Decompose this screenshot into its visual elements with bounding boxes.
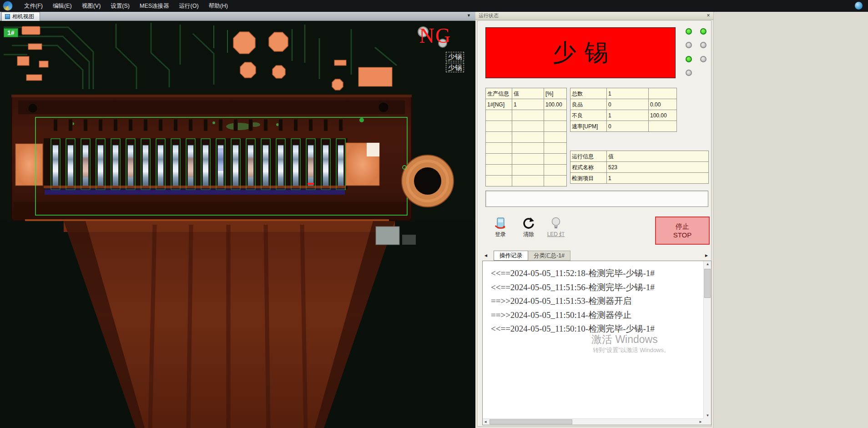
station-badge: 1# xyxy=(4,28,18,37)
scroll-up-icon[interactable]: ▲ xyxy=(704,262,712,266)
log-entry: <<==2024-05-05_11:50:10-检测完毕-少锡-1# xyxy=(491,322,703,336)
result-banner: 少锡 xyxy=(485,27,676,78)
table-header-cell: 运行信息 xyxy=(570,151,607,162)
scrollbar-corner xyxy=(703,418,711,425)
table-cell xyxy=(512,121,544,132)
tab-next-icon[interactable]: ► xyxy=(704,253,709,258)
stop-button[interactable]: 停止 STOP xyxy=(655,217,710,245)
camera-canvas: 1# NG 少锡 少锡 xyxy=(0,21,475,428)
log-entry: <<==2024-05-05_11:51:56-检测完毕-少锡-1# xyxy=(491,281,703,295)
result-label: NG xyxy=(419,24,451,48)
table-header-cell: 值 xyxy=(512,88,544,99)
scroll-right-icon[interactable]: ► xyxy=(699,420,702,424)
status-lamp xyxy=(686,56,692,62)
table-cell xyxy=(649,88,677,99)
status-lamp xyxy=(700,42,707,48)
table-cell: 100.00 xyxy=(649,110,677,121)
login-button[interactable]: 登录 xyxy=(488,217,513,244)
vertical-scrollbar[interactable]: ▲ ▼ xyxy=(703,261,711,418)
log-entry: ==>>2024-05-05_11:50:14-检测器停止 xyxy=(491,308,703,322)
tab-list-dropdown-icon[interactable]: ▼ xyxy=(467,13,471,18)
stop-label-en: STOP xyxy=(673,231,692,240)
table-cell: 0 xyxy=(607,121,649,132)
table-cell: 程式名称 xyxy=(570,162,607,173)
menu-settings[interactable]: 设置(S) xyxy=(106,0,135,12)
table-cell xyxy=(486,110,512,121)
table-cell: 1 xyxy=(607,88,649,99)
login-label: 登录 xyxy=(495,231,506,238)
table-cell xyxy=(486,132,512,143)
message-box xyxy=(485,191,708,207)
system-icon[interactable] xyxy=(855,2,863,10)
tab-prev-icon[interactable]: ◄ xyxy=(484,253,488,258)
log-list: <<==2024-05-05_11:52:18-检测完毕-少锡-1# <<==2… xyxy=(483,261,703,418)
table-cell xyxy=(544,132,567,143)
app-logo-icon xyxy=(3,1,13,11)
copper-circle xyxy=(402,155,454,207)
table-cell: 0 xyxy=(607,99,649,110)
defect-label-list: 少锡 少锡 xyxy=(446,52,464,72)
defect-label: 少锡 xyxy=(446,52,464,61)
menu-file[interactable]: 文件(F) xyxy=(19,0,48,12)
pcb-image xyxy=(0,21,475,428)
table-cell xyxy=(486,176,512,186)
table-cell: 1 xyxy=(607,110,649,121)
close-icon[interactable]: × xyxy=(705,12,712,19)
scrollbar-thumb[interactable] xyxy=(704,269,711,298)
empty-dock-area xyxy=(713,12,868,428)
defect-mark xyxy=(308,183,314,185)
table-cell: 速率[UPM] xyxy=(570,121,607,132)
tab-category-summary[interactable]: 分类汇总-1# xyxy=(528,251,570,261)
table-cell xyxy=(544,110,567,121)
table-cell xyxy=(512,143,544,154)
status-panel-title: 运行状态 xyxy=(479,13,499,18)
runinfo-table: 运行信息 值 程式名称 523 检测项目 1 xyxy=(570,151,709,184)
table-cell xyxy=(512,132,544,143)
horizontal-scrollbar[interactable]: ◄ ► xyxy=(483,418,703,425)
table-cell xyxy=(512,154,544,165)
clear-button[interactable]: 清除 xyxy=(516,217,541,244)
led-label: LED 灯 xyxy=(547,231,565,238)
table-cell: 检测项目 xyxy=(570,173,607,184)
aoi-application-window: 文件(F) 编辑(E) 视图(V) 设置(S) MES连接器 运行(O) 帮助(… xyxy=(0,0,868,428)
scroll-left-icon[interactable]: ◄ xyxy=(484,420,487,424)
scrollbar-thumb[interactable] xyxy=(490,419,572,424)
statistics-table: 总数 1 良品 0 0.00 不良 1 100.00 速率[UPM] 0 xyxy=(570,88,677,132)
operation-log-panel: <<==2024-05-05_11:52:18-检测完毕-少锡-1# <<==2… xyxy=(482,261,712,425)
defect-label: 少锡 xyxy=(446,63,464,72)
scroll-down-icon[interactable]: ▼ xyxy=(704,413,712,418)
production-table: 生产信息 值 [%] 1#[NG] 1 100.00 xyxy=(485,88,567,186)
table-cell xyxy=(544,165,567,176)
table-cell: 良品 xyxy=(570,99,607,110)
menu-help[interactable]: 帮助(H) xyxy=(204,0,233,12)
clear-icon xyxy=(522,217,535,230)
table-cell: 1 xyxy=(607,173,709,184)
menu-mes-connector[interactable]: MES连接器 xyxy=(135,0,174,12)
table-cell xyxy=(544,154,567,165)
menu-edit[interactable]: 编辑(E) xyxy=(48,0,77,12)
table-cell xyxy=(512,176,544,186)
menu-run[interactable]: 运行(O) xyxy=(174,0,204,12)
status-lamp xyxy=(686,42,692,48)
table-cell xyxy=(544,176,567,186)
login-icon xyxy=(494,217,507,230)
log-entry: ==>>2024-05-05_11:51:53-检测器开启 xyxy=(491,294,703,308)
status-lamp xyxy=(700,28,707,35)
tab-operation-log[interactable]: 操作记录 xyxy=(494,251,528,261)
table-cell: 100.00 xyxy=(544,99,567,110)
table-header-cell: 值 xyxy=(607,151,709,162)
table-cell xyxy=(512,165,544,176)
led-button[interactable]: LED 灯 xyxy=(543,217,569,244)
status-panel-titlebar: 运行状态 xyxy=(475,12,713,20)
menu-view[interactable]: 视图(V) xyxy=(77,0,106,12)
log-entry: <<==2024-05-05_11:52:18-检测完毕-少锡-1# xyxy=(491,267,703,281)
table-cell xyxy=(544,121,567,132)
table-header-cell: [%] xyxy=(544,88,567,99)
table-cell xyxy=(544,143,567,154)
camera-tab-label: 相机视图 xyxy=(12,13,34,20)
led-lamp-icon xyxy=(549,217,563,230)
table-cell xyxy=(486,121,512,132)
table-header-cell: 生产信息 xyxy=(486,88,512,99)
menu-bar: 文件(F) 编辑(E) 视图(V) 设置(S) MES连接器 运行(O) 帮助(… xyxy=(0,0,868,12)
tab-camera-view[interactable]: 相机视图 xyxy=(1,12,40,21)
